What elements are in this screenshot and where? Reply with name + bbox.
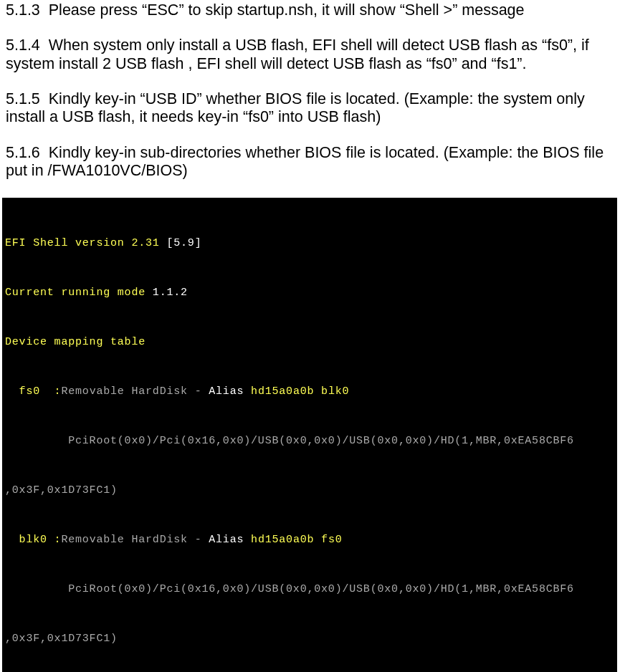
fs0-path-2: ,0x3F,0x1D73FC1)	[5, 482, 617, 499]
device-mapping-header: Device mapping table	[5, 334, 617, 350]
step-5-1-4: 5.1.4 When system only install a USB fla…	[6, 37, 614, 73]
step-5-1-3: 5.1.3 Please press “ESC” to skip startup…	[6, 1, 614, 19]
blk0-path-1: PciRoot(0x0)/Pci(0x16,0x0)/USB(0x0,0x0)/…	[5, 581, 617, 597]
fs0-line: fs0 :Removable HardDisk - Alias hd15a0a0…	[5, 383, 617, 400]
shell-header-version: EFI Shell version 2.31 [5.9]	[5, 235, 617, 251]
blk0-line: blk0 :Removable HardDisk - Alias hd15a0a…	[5, 532, 617, 548]
document-body: 5.1.3 Please press “ESC” to skip startup…	[0, 0, 620, 181]
blk0-path-2: ,0x3F,0x1D73FC1)	[5, 630, 617, 647]
step-5-1-6: 5.1.6 Kindly key-in sub-directories whet…	[6, 144, 614, 181]
step-5-1-5: 5.1.5 Kindly key-in “USB ID” whether BIO…	[6, 90, 614, 127]
efi-shell-terminal[interactable]: EFI Shell version 2.31 [5.9] Current run…	[2, 198, 617, 672]
fs0-path-1: PciRoot(0x0)/Pci(0x16,0x0)/USB(0x0,0x0)/…	[5, 433, 617, 449]
shell-running-mode: Current running mode 1.1.2	[5, 284, 617, 301]
